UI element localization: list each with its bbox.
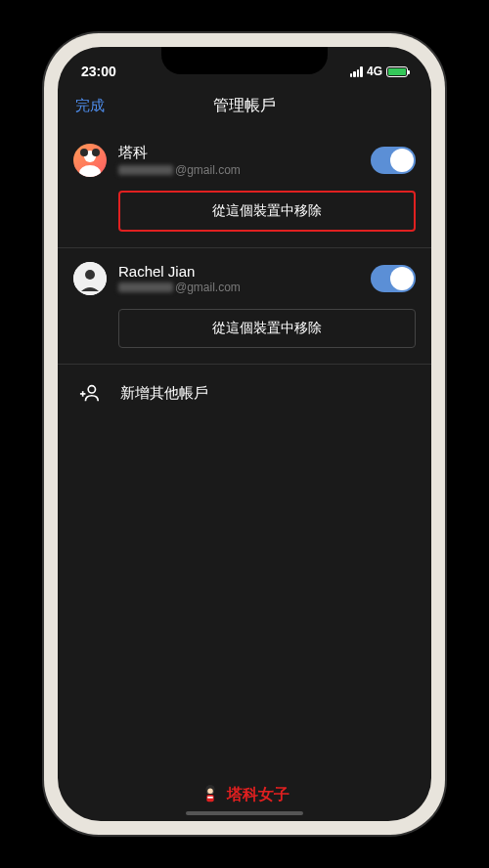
phone-notch: [161, 47, 328, 74]
email-blurred: [118, 282, 173, 292]
done-button[interactable]: 完成: [75, 97, 105, 115]
account-toggle[interactable]: [371, 147, 416, 174]
status-time: 23:00: [81, 64, 116, 79]
avatar: [73, 144, 107, 177]
email-suffix: @gmail.com: [175, 163, 241, 177]
account-email: @gmail.com: [118, 163, 359, 177]
remove-from-device-button[interactable]: 從這個裝置中移除: [118, 309, 416, 348]
network-label: 4G: [367, 65, 382, 78]
account-section-1: 塔科 @gmail.com 從這個裝置中移除: [58, 130, 431, 248]
account-info: 塔科 @gmail.com: [118, 144, 359, 177]
svg-point-3: [92, 149, 100, 156]
brand-label: 塔科女子: [227, 785, 289, 805]
battery-icon: [386, 66, 408, 77]
email-blurred: [118, 165, 173, 175]
account-info: Rachel Jian @gmail.com: [118, 263, 359, 294]
brand-footer: 塔科女子: [200, 784, 289, 805]
account-name: 塔科: [118, 144, 359, 162]
account-row[interactable]: Rachel Jian @gmail.com: [73, 262, 416, 295]
svg-point-2: [80, 149, 88, 156]
home-indicator[interactable]: [186, 811, 303, 815]
status-right: 4G: [350, 65, 408, 78]
account-name: Rachel Jian: [118, 263, 359, 280]
account-section-2: Rachel Jian @gmail.com 從這個裝置中移除: [58, 248, 431, 365]
account-row[interactable]: 塔科 @gmail.com: [73, 144, 416, 177]
account-toggle[interactable]: [371, 265, 416, 292]
nav-bar: 完成 管理帳戶: [58, 86, 431, 130]
svg-point-5: [85, 270, 95, 280]
email-suffix: @gmail.com: [175, 281, 241, 294]
svg-point-1: [79, 165, 101, 177]
svg-point-6: [88, 386, 95, 393]
add-account-label: 新增其他帳戶: [120, 384, 208, 403]
phone-screen: 23:00 4G 完成 管理帳戶 塔科: [58, 47, 431, 821]
add-person-icon: [79, 382, 101, 404]
add-account-button[interactable]: 新增其他帳戶: [58, 365, 431, 421]
signal-icon: [350, 66, 363, 77]
phone-frame: 23:00 4G 完成 管理帳戶 塔科: [44, 33, 445, 835]
brand-icon: [200, 784, 221, 805]
remove-from-device-button[interactable]: 從這個裝置中移除: [118, 191, 416, 232]
svg-rect-13: [207, 797, 213, 799]
account-email: @gmail.com: [118, 281, 359, 294]
page-title: 管理帳戶: [213, 96, 276, 116]
svg-point-11: [207, 789, 213, 795]
avatar: [73, 262, 107, 295]
